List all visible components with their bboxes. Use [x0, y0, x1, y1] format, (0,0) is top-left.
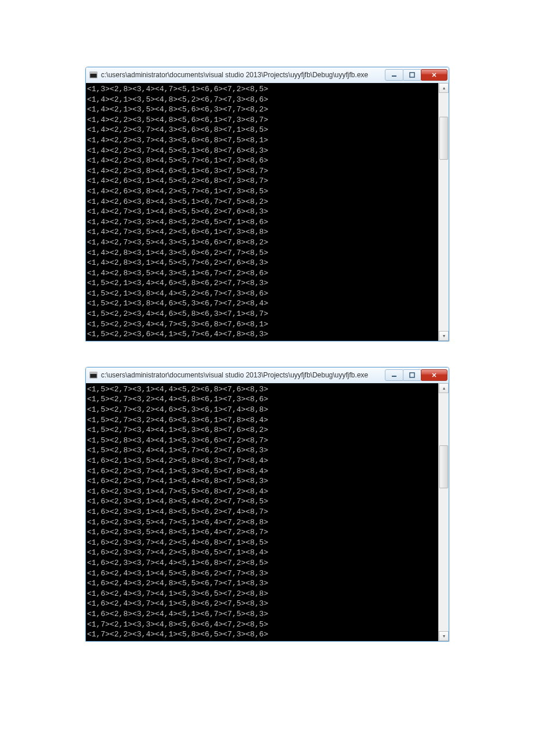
close-icon [431, 372, 437, 378]
scroll-down-button[interactable]: ▾ [439, 331, 449, 341]
close-icon [431, 72, 437, 78]
console-body: <1,3><2,8><3,4><4,7><5,1><6,6><7,2><8,5>… [86, 83, 449, 341]
console-line: <1,5><2,2><3,4><4,6><5,8><6,3><7,1><8,7> [87, 309, 436, 319]
scroll-down-icon: ▾ [443, 333, 445, 339]
minimize-icon [391, 72, 397, 78]
titlebar[interactable]: c:\users\administrator\documents\visual … [86, 67, 449, 83]
window-title: c:\users\administrator\documents\visual … [101, 71, 385, 79]
console-line: <1,6><2,3><3,1><4,7><5,5><6,8><7,2><8,4> [87, 487, 436, 497]
scrollbar-thumb[interactable] [439, 445, 448, 488]
scrollbar[interactable]: ▴ ▾ [438, 383, 449, 641]
console-line: <1,4><2,2><3,7><4,5><5,1><6,8><7,6><8,3> [87, 146, 436, 156]
window-controls [385, 69, 448, 81]
console-line: <1,4><2,6><3,8><4,2><5,7><6,1><7,3><8,5> [87, 186, 436, 197]
console-line: <1,5><2,8><3,4><4,1><5,3><6,6><7,2><8,7> [87, 435, 436, 446]
close-button[interactable] [421, 369, 448, 381]
console-line: <1,5><2,1><3,8><4,6><5,3><6,7><7,2><8,4> [87, 298, 436, 309]
svg-rect-6 [392, 376, 396, 377]
console-line: <1,5><2,7><3,2><4,6><5,3><6,1><7,8><8,4> [87, 415, 436, 426]
console-line: <1,5><2,2><3,4><4,7><5,3><6,8><7,6><8,1> [87, 319, 436, 330]
svg-rect-1 [90, 72, 97, 74]
scrollbar-track[interactable] [439, 393, 449, 631]
console-line: <1,6><2,1><3,5><4,2><5,8><6,3><7,7><8,4> [87, 456, 436, 466]
console-line: <1,5><2,7><3,1><4,4><5,2><6,8><7,6><8,3> [87, 384, 436, 395]
maximize-button[interactable] [403, 369, 421, 381]
console-line: <1,5><2,7><3,2><4,6><5,3><6,1><7,4><8,8> [87, 405, 436, 415]
console-line: <1,4><2,7><3,1><4,8><5,5><6,2><7,6><8,3> [87, 207, 436, 217]
scroll-up-button[interactable]: ▴ [439, 83, 449, 93]
console-line: <1,5><2,2><3,6><4,1><5,7><6,4><7,8><8,3> [87, 329, 436, 340]
console-line: <1,6><2,3><3,1><4,8><5,4><6,2><7,7><8,5> [87, 496, 436, 507]
scroll-up-button[interactable]: ▴ [439, 383, 449, 393]
maximize-icon [409, 372, 415, 378]
console-app-icon [89, 71, 98, 79]
minimize-icon [391, 372, 397, 378]
scroll-up-icon: ▴ [443, 386, 445, 391]
console-line: <1,4><2,1><3,5><4,8><5,2><6,7><7,3><8,6> [87, 95, 436, 105]
console-line: <1,6><2,3><3,5><4,8><5,1><6,4><7,2><8,7> [87, 527, 436, 538]
console-line: <1,4><2,2><3,8><4,5><5,7><6,1><7,3><8,6> [87, 156, 436, 166]
console-output: <1,3><2,8><3,4><4,7><5,1><6,6><7,2><8,5>… [86, 83, 438, 341]
console-line: <1,6><2,4><3,7><4,1><5,3><6,5><7,2><8,8> [87, 589, 436, 599]
console-line: <1,4><2,2><3,8><4,6><5,1><6,3><7,5><8,7> [87, 166, 436, 177]
scrollbar-track[interactable] [439, 93, 449, 331]
console-line: <1,4><2,7><3,5><4,2><5,6><6,1><7,3><8,8> [87, 227, 436, 237]
window-controls [385, 369, 448, 381]
console-line: <1,4><2,6><3,1><4,5><5,2><6,8><7,3><8,7> [87, 176, 436, 186]
maximize-icon [409, 72, 415, 78]
console-line: <1,4><2,8><3,1><4,3><5,6><6,2><7,7><8,5> [87, 248, 436, 258]
console-line: <1,6><2,4><3,7><4,1><5,8><6,2><7,5><8,3> [87, 599, 436, 609]
console-line: <1,6><2,4><3,1><4,5><5,8><6,2><7,7><8,3> [87, 568, 436, 579]
window-title: c:\users\administrator\documents\visual … [101, 371, 385, 379]
console-body: <1,5><2,7><3,1><4,4><5,2><6,8><7,6><8,3>… [86, 383, 449, 641]
console-line: <1,4><2,8><3,1><4,5><5,7><6,2><7,6><8,3> [87, 258, 436, 268]
svg-rect-5 [90, 372, 97, 374]
console-app-icon [89, 371, 98, 379]
svg-rect-2 [392, 75, 396, 77]
console-line: <1,5><2,1><3,4><4,6><5,8><6,2><7,7><8,3> [87, 278, 436, 289]
console-line: <1,4><2,2><3,5><4,8><5,6><6,1><7,3><8,7> [87, 115, 436, 125]
minimize-button[interactable] [385, 69, 403, 81]
console-line: <1,6><2,3><3,7><4,4><5,1><6,8><7,2><8,5> [87, 558, 436, 568]
scrollbar[interactable]: ▴ ▾ [438, 83, 449, 341]
console-line: <1,6><2,3><3,5><4,7><5,1><6,4><7,2><8,8> [87, 517, 436, 528]
console-line: <1,4><2,7><3,3><4,8><5,2><6,5><7,1><8,6> [87, 217, 436, 228]
console-line: <1,3><2,8><3,4><4,7><5,1><6,6><7,2><8,5> [87, 84, 436, 95]
svg-rect-3 [410, 73, 414, 77]
console-line: <1,6><2,2><3,7><4,1><5,3><6,5><7,8><8,4> [87, 466, 436, 477]
console-line: <1,4><2,6><3,8><4,3><5,1><6,7><7,5><8,2> [87, 197, 436, 207]
console-line: <1,4><2,2><3,7><4,3><5,6><6,8><7,1><8,5> [87, 125, 436, 135]
console-line: <1,6><2,3><3,1><4,8><5,5><6,2><7,4><8,7> [87, 507, 436, 517]
console-line: <1,5><2,7><3,2><4,4><5,8><6,1><7,3><8,6> [87, 394, 436, 405]
console-window-1: c:\users\administrator\documents\visual … [85, 67, 449, 341]
maximize-button[interactable] [403, 69, 421, 81]
close-button[interactable] [421, 69, 448, 81]
svg-rect-7 [410, 373, 414, 377]
console-line: <1,5><2,7><3,4><4,1><5,3><6,8><7,6><8,2> [87, 425, 436, 435]
console-line: <1,6><2,3><3,7><4,2><5,4><6,8><7,1><8,5> [87, 538, 436, 548]
console-line: <1,7><2,1><3,3><4,8><5,6><6,4><7,2><8,5> [87, 620, 436, 630]
console-window-2: c:\users\administrator\documents\visual … [85, 367, 449, 642]
console-line: <1,6><2,3><3,7><4,2><5,8><6,5><7,1><8,4> [87, 548, 436, 558]
console-line: <1,6><2,4><3,2><4,8><5,5><6,7><7,1><8,3> [87, 578, 436, 589]
console-line: <1,4><2,7><3,5><4,3><5,1><6,6><7,8><8,2> [87, 237, 436, 248]
console-line: <1,6><2,2><3,7><4,1><5,4><6,8><7,5><8,3> [87, 476, 436, 487]
scroll-up-icon: ▴ [443, 85, 445, 91]
console-output: <1,5><2,7><3,1><4,4><5,2><6,8><7,6><8,3>… [86, 383, 438, 641]
titlebar[interactable]: c:\users\administrator\documents\visual … [86, 368, 449, 383]
console-line: <1,5><2,1><3,8><4,4><5,2><6,7><7,3><8,6> [87, 289, 436, 299]
console-line: <1,4><2,8><3,5><4,3><5,1><6,7><7,2><8,6> [87, 268, 436, 279]
console-line: <1,4><2,2><3,7><4,3><5,6><6,8><7,5><8,1> [87, 135, 436, 146]
console-line: <1,7><2,2><3,4><4,1><5,8><6,5><7,3><8,6> [87, 629, 436, 640]
scroll-down-icon: ▾ [443, 633, 445, 639]
console-line: <1,4><2,1><3,5><4,8><5,6><6,3><7,7><8,2> [87, 105, 436, 115]
scrollbar-thumb[interactable] [439, 117, 448, 160]
scroll-down-button[interactable]: ▾ [439, 631, 449, 641]
console-line: <1,6><2,8><3,2><4,4><5,1><6,7><7,5><8,3> [87, 609, 436, 620]
console-line: <1,5><2,8><3,4><4,1><5,7><6,2><7,6><8,3> [87, 445, 436, 456]
minimize-button[interactable] [385, 369, 403, 381]
